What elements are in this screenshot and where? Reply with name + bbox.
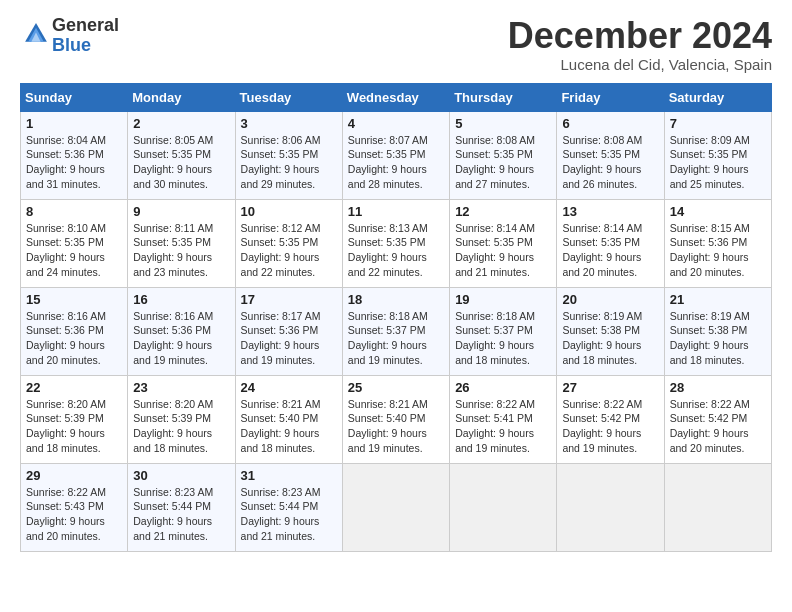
weekday-header-sunday: Sunday (21, 83, 128, 111)
calendar-day-cell: 11Sunrise: 8:13 AMSunset: 5:35 PMDayligh… (342, 199, 449, 287)
calendar-day-cell: 8Sunrise: 8:10 AMSunset: 5:35 PMDaylight… (21, 199, 128, 287)
day-sun-info: Sunrise: 8:18 AMSunset: 5:37 PMDaylight:… (348, 309, 444, 368)
day-sun-info: Sunrise: 8:22 AMSunset: 5:41 PMDaylight:… (455, 397, 551, 456)
title-block: December 2024 Lucena del Cid, Valencia, … (508, 16, 772, 73)
calendar-day-cell: 28Sunrise: 8:22 AMSunset: 5:42 PMDayligh… (664, 375, 771, 463)
day-number: 18 (348, 292, 444, 307)
weekday-header-friday: Friday (557, 83, 664, 111)
day-number: 31 (241, 468, 337, 483)
day-sun-info: Sunrise: 8:22 AMSunset: 5:43 PMDaylight:… (26, 485, 122, 544)
calendar-day-cell (450, 463, 557, 551)
day-sun-info: Sunrise: 8:13 AMSunset: 5:35 PMDaylight:… (348, 221, 444, 280)
day-number: 27 (562, 380, 658, 395)
calendar-day-cell: 20Sunrise: 8:19 AMSunset: 5:38 PMDayligh… (557, 287, 664, 375)
day-number: 5 (455, 116, 551, 131)
day-number: 16 (133, 292, 229, 307)
calendar-day-cell (664, 463, 771, 551)
calendar-day-cell: 6Sunrise: 8:08 AMSunset: 5:35 PMDaylight… (557, 111, 664, 199)
calendar-day-cell: 30Sunrise: 8:23 AMSunset: 5:44 PMDayligh… (128, 463, 235, 551)
day-sun-info: Sunrise: 8:12 AMSunset: 5:35 PMDaylight:… (241, 221, 337, 280)
day-sun-info: Sunrise: 8:14 AMSunset: 5:35 PMDaylight:… (562, 221, 658, 280)
calendar-day-cell: 13Sunrise: 8:14 AMSunset: 5:35 PMDayligh… (557, 199, 664, 287)
day-sun-info: Sunrise: 8:16 AMSunset: 5:36 PMDaylight:… (133, 309, 229, 368)
calendar-day-cell: 4Sunrise: 8:07 AMSunset: 5:35 PMDaylight… (342, 111, 449, 199)
day-sun-info: Sunrise: 8:05 AMSunset: 5:35 PMDaylight:… (133, 133, 229, 192)
calendar-day-cell: 7Sunrise: 8:09 AMSunset: 5:35 PMDaylight… (664, 111, 771, 199)
calendar-week-row: 15Sunrise: 8:16 AMSunset: 5:36 PMDayligh… (21, 287, 772, 375)
day-sun-info: Sunrise: 8:18 AMSunset: 5:37 PMDaylight:… (455, 309, 551, 368)
calendar-week-row: 22Sunrise: 8:20 AMSunset: 5:39 PMDayligh… (21, 375, 772, 463)
day-sun-info: Sunrise: 8:22 AMSunset: 5:42 PMDaylight:… (562, 397, 658, 456)
day-number: 2 (133, 116, 229, 131)
day-sun-info: Sunrise: 8:23 AMSunset: 5:44 PMDaylight:… (133, 485, 229, 544)
weekday-header-thursday: Thursday (450, 83, 557, 111)
day-number: 23 (133, 380, 229, 395)
day-sun-info: Sunrise: 8:15 AMSunset: 5:36 PMDaylight:… (670, 221, 766, 280)
calendar-day-cell: 1Sunrise: 8:04 AMSunset: 5:36 PMDaylight… (21, 111, 128, 199)
calendar-day-cell: 26Sunrise: 8:22 AMSunset: 5:41 PMDayligh… (450, 375, 557, 463)
calendar-day-cell: 21Sunrise: 8:19 AMSunset: 5:38 PMDayligh… (664, 287, 771, 375)
calendar-day-cell: 29Sunrise: 8:22 AMSunset: 5:43 PMDayligh… (21, 463, 128, 551)
calendar-week-row: 29Sunrise: 8:22 AMSunset: 5:43 PMDayligh… (21, 463, 772, 551)
day-number: 28 (670, 380, 766, 395)
day-sun-info: Sunrise: 8:23 AMSunset: 5:44 PMDaylight:… (241, 485, 337, 544)
day-number: 30 (133, 468, 229, 483)
logo-icon (22, 20, 50, 48)
day-number: 29 (26, 468, 122, 483)
day-sun-info: Sunrise: 8:11 AMSunset: 5:35 PMDaylight:… (133, 221, 229, 280)
weekday-header-row: SundayMondayTuesdayWednesdayThursdayFrid… (21, 83, 772, 111)
day-number: 1 (26, 116, 122, 131)
calendar-day-cell: 25Sunrise: 8:21 AMSunset: 5:40 PMDayligh… (342, 375, 449, 463)
calendar-day-cell: 24Sunrise: 8:21 AMSunset: 5:40 PMDayligh… (235, 375, 342, 463)
day-number: 22 (26, 380, 122, 395)
calendar-day-cell: 9Sunrise: 8:11 AMSunset: 5:35 PMDaylight… (128, 199, 235, 287)
day-sun-info: Sunrise: 8:20 AMSunset: 5:39 PMDaylight:… (133, 397, 229, 456)
calendar-day-cell: 19Sunrise: 8:18 AMSunset: 5:37 PMDayligh… (450, 287, 557, 375)
page-header: General Blue December 2024 Lucena del Ci… (20, 16, 772, 73)
day-number: 24 (241, 380, 337, 395)
day-sun-info: Sunrise: 8:21 AMSunset: 5:40 PMDaylight:… (348, 397, 444, 456)
day-sun-info: Sunrise: 8:22 AMSunset: 5:42 PMDaylight:… (670, 397, 766, 456)
day-sun-info: Sunrise: 8:08 AMSunset: 5:35 PMDaylight:… (455, 133, 551, 192)
calendar-day-cell: 22Sunrise: 8:20 AMSunset: 5:39 PMDayligh… (21, 375, 128, 463)
day-number: 8 (26, 204, 122, 219)
day-number: 12 (455, 204, 551, 219)
weekday-header-saturday: Saturday (664, 83, 771, 111)
day-number: 7 (670, 116, 766, 131)
day-number: 26 (455, 380, 551, 395)
day-number: 21 (670, 292, 766, 307)
day-sun-info: Sunrise: 8:06 AMSunset: 5:35 PMDaylight:… (241, 133, 337, 192)
day-sun-info: Sunrise: 8:08 AMSunset: 5:35 PMDaylight:… (562, 133, 658, 192)
logo: General Blue (20, 16, 119, 56)
day-number: 6 (562, 116, 658, 131)
weekday-header-monday: Monday (128, 83, 235, 111)
weekday-header-wednesday: Wednesday (342, 83, 449, 111)
day-number: 14 (670, 204, 766, 219)
day-sun-info: Sunrise: 8:16 AMSunset: 5:36 PMDaylight:… (26, 309, 122, 368)
day-number: 19 (455, 292, 551, 307)
calendar-table: SundayMondayTuesdayWednesdayThursdayFrid… (20, 83, 772, 552)
day-number: 9 (133, 204, 229, 219)
day-number: 13 (562, 204, 658, 219)
day-sun-info: Sunrise: 8:04 AMSunset: 5:36 PMDaylight:… (26, 133, 122, 192)
calendar-day-cell: 3Sunrise: 8:06 AMSunset: 5:35 PMDaylight… (235, 111, 342, 199)
calendar-day-cell: 23Sunrise: 8:20 AMSunset: 5:39 PMDayligh… (128, 375, 235, 463)
day-sun-info: Sunrise: 8:09 AMSunset: 5:35 PMDaylight:… (670, 133, 766, 192)
day-number: 10 (241, 204, 337, 219)
day-sun-info: Sunrise: 8:17 AMSunset: 5:36 PMDaylight:… (241, 309, 337, 368)
calendar-day-cell: 15Sunrise: 8:16 AMSunset: 5:36 PMDayligh… (21, 287, 128, 375)
calendar-week-row: 8Sunrise: 8:10 AMSunset: 5:35 PMDaylight… (21, 199, 772, 287)
calendar-day-cell: 10Sunrise: 8:12 AMSunset: 5:35 PMDayligh… (235, 199, 342, 287)
weekday-header-tuesday: Tuesday (235, 83, 342, 111)
day-number: 4 (348, 116, 444, 131)
calendar-day-cell (342, 463, 449, 551)
calendar-day-cell: 18Sunrise: 8:18 AMSunset: 5:37 PMDayligh… (342, 287, 449, 375)
calendar-day-cell: 2Sunrise: 8:05 AMSunset: 5:35 PMDaylight… (128, 111, 235, 199)
day-number: 20 (562, 292, 658, 307)
day-number: 17 (241, 292, 337, 307)
calendar-day-cell: 14Sunrise: 8:15 AMSunset: 5:36 PMDayligh… (664, 199, 771, 287)
day-number: 3 (241, 116, 337, 131)
calendar-day-cell (557, 463, 664, 551)
calendar-day-cell: 12Sunrise: 8:14 AMSunset: 5:35 PMDayligh… (450, 199, 557, 287)
day-number: 11 (348, 204, 444, 219)
